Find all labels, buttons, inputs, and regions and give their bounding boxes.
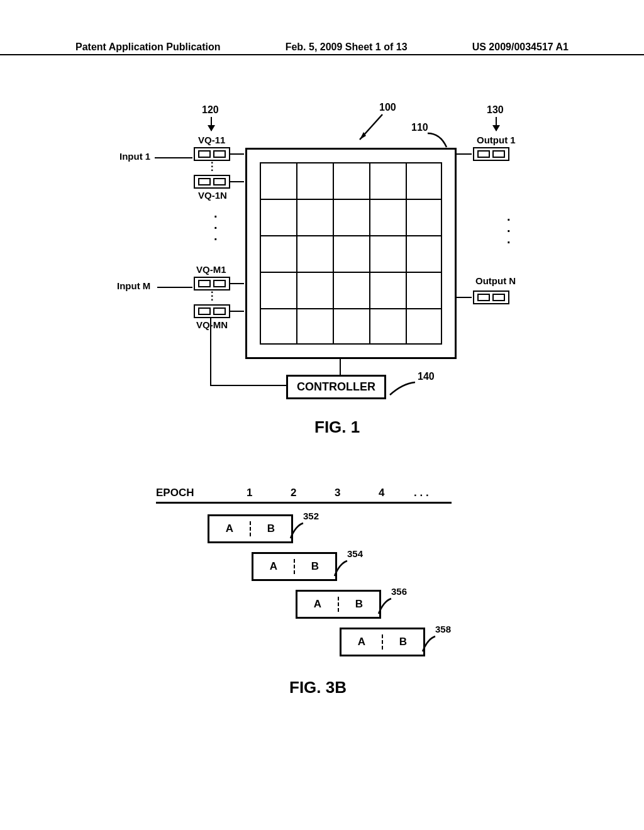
- block-b-3: B: [339, 598, 379, 611]
- label-input1: Input 1: [119, 151, 150, 162]
- header-center: Feb. 5, 2009 Sheet 1 of 13: [286, 42, 408, 54]
- label-inputm: Input M: [117, 280, 150, 291]
- arrow-100: [352, 111, 390, 148]
- crossbar-grid: [260, 162, 442, 345]
- label-vq1n: VQ-1N: [198, 190, 227, 201]
- epoch-label: EPOCH: [156, 487, 194, 499]
- leader-358: [421, 635, 438, 654]
- epoch-col-3: 3: [335, 487, 340, 499]
- block-a-1: A: [209, 523, 250, 535]
- ref-120: 120: [202, 104, 219, 116]
- ref-352: 352: [303, 511, 319, 521]
- page-header: Patent Application Publication Feb. 5, 2…: [0, 42, 644, 55]
- line-vq-right: [210, 385, 287, 386]
- epoch-block-1: A B: [208, 514, 293, 543]
- epoch-col-dots: . . .: [414, 487, 429, 499]
- label-vqm1: VQ-M1: [196, 264, 226, 275]
- conn-outn: [455, 297, 472, 298]
- queue-vq1n: [194, 175, 230, 189]
- block-b-1: B: [251, 523, 291, 535]
- epoch-col-2: 2: [291, 487, 296, 499]
- dots-inputs: ···: [214, 211, 218, 245]
- ref-140: 140: [418, 371, 435, 382]
- block-b-2: B: [295, 560, 335, 573]
- conn-q3: [230, 283, 244, 284]
- header-left: Patent Application Publication: [75, 42, 221, 54]
- epoch-underline: [156, 502, 452, 504]
- figures-area: 120 100 110 130 VQ-11 Input 1 ··· VQ-1N …: [75, 88, 572, 780]
- fig1-caption: FIG. 1: [314, 418, 360, 437]
- controller-box: CONTROLLER: [286, 375, 386, 399]
- crossbar-fabric: [245, 148, 457, 359]
- line-vq-down: [210, 318, 211, 386]
- ref-356: 356: [391, 586, 407, 597]
- fig3b-caption: FIG. 3B: [289, 678, 347, 697]
- label-vq11: VQ-11: [198, 135, 225, 145]
- dots-vq1: ···: [211, 161, 213, 172]
- conn-q2: [230, 181, 244, 182]
- ref-130: 130: [487, 104, 504, 116]
- leader-356: [377, 597, 394, 616]
- label-outputn: Output N: [475, 275, 516, 286]
- queue-outputn: [473, 290, 509, 304]
- epoch-block-2: A B: [252, 552, 337, 581]
- arrow-120: [211, 117, 212, 131]
- line-crossbar-controller: [340, 357, 341, 375]
- block-a-4: A: [341, 636, 382, 648]
- epoch-col-1: 1: [247, 487, 252, 499]
- epoch-col-4: 4: [379, 487, 384, 499]
- conn-q4: [230, 311, 244, 312]
- line-inputm: [157, 287, 192, 288]
- queue-output1: [473, 147, 509, 161]
- leader-140: [387, 381, 419, 400]
- line-input1: [155, 157, 192, 158]
- ref-358: 358: [435, 624, 451, 634]
- label-output1: Output 1: [477, 135, 516, 145]
- dots-outputs: ···: [507, 214, 511, 248]
- block-b-4: B: [383, 636, 423, 648]
- conn-out1: [455, 153, 472, 155]
- ref-110: 110: [411, 122, 428, 133]
- conn-q1: [230, 153, 244, 155]
- label-vqmn: VQ-MN: [196, 319, 228, 330]
- ref-354: 354: [347, 548, 363, 559]
- epoch-block-3: A B: [296, 590, 381, 619]
- block-a-2: A: [253, 560, 294, 573]
- controller-label: CONTROLLER: [297, 380, 375, 393]
- arrow-130: [496, 117, 497, 131]
- page: Patent Application Publication Feb. 5, 2…: [0, 0, 644, 830]
- leader-352: [289, 522, 306, 541]
- header-right: US 2009/0034517 A1: [472, 42, 569, 54]
- dots-vqm: ···: [211, 290, 213, 302]
- block-a-3: A: [297, 598, 338, 611]
- epoch-block-4: A B: [340, 628, 425, 656]
- queue-vqmn: [194, 304, 230, 318]
- leader-354: [333, 560, 350, 578]
